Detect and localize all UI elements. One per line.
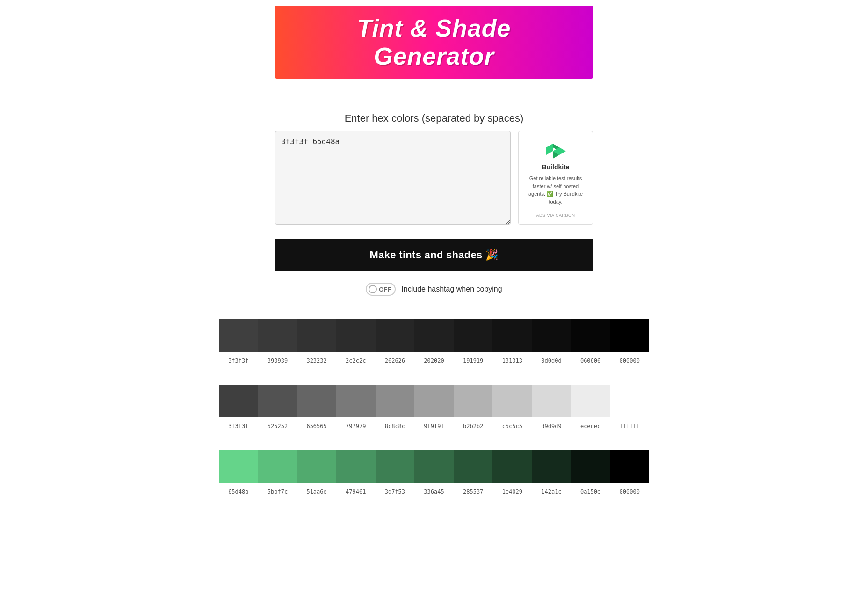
swatch-label: ececec [571, 421, 610, 431]
swatch[interactable] [532, 319, 571, 352]
swatch-label: 060606 [571, 356, 610, 366]
ad-text: Get reliable test results faster w/ self… [525, 175, 586, 205]
generate-button[interactable]: Make tints and shades 🎉 [275, 239, 593, 271]
swatch-label: 65d48a [219, 487, 258, 497]
swatch-label: 285537 [454, 487, 493, 497]
swatch[interactable] [336, 319, 376, 352]
swatch[interactable] [219, 319, 258, 352]
swatch[interactable] [454, 385, 493, 417]
swatch[interactable] [532, 450, 571, 483]
swatch[interactable] [297, 385, 336, 417]
swatch-label: 9f9f9f [414, 421, 454, 431]
swatch-label: 142a1c [532, 487, 571, 497]
swatch-label: 262626 [376, 356, 415, 366]
hex-input[interactable]: 3f3f3f 65d48a [275, 131, 511, 225]
input-section: Enter hex colors (separated by spaces) 3… [219, 112, 649, 225]
swatch-label: 131313 [492, 356, 532, 366]
swatch[interactable] [571, 385, 610, 417]
swatch-label: 479461 [336, 487, 376, 497]
swatch-label: 191919 [454, 356, 493, 366]
swatch-label: 1e4029 [492, 487, 532, 497]
input-label: Enter hex colors (separated by spaces) [219, 112, 649, 124]
swatch[interactable] [376, 450, 415, 483]
swatch-label: 3d7f53 [376, 487, 415, 497]
hashtag-toggle[interactable]: OFF [366, 283, 396, 296]
toggle-state: OFF [379, 286, 391, 293]
swatch-label: 000000 [610, 356, 649, 366]
swatch[interactable] [376, 385, 415, 417]
swatch-row-1 [219, 385, 649, 417]
swatch-labels-1: 3f3f3f5252526565657979798c8c8c9f9f9fb2b2… [219, 421, 649, 431]
input-row: 3f3f3f 65d48a Buildkite Get reliable tes… [275, 131, 593, 225]
ad-logo: Buildkite [542, 138, 569, 171]
swatch-label: 5bbf7c [258, 487, 297, 497]
toggle-circle [369, 285, 377, 293]
swatch[interactable] [610, 319, 649, 352]
swatch[interactable] [258, 385, 297, 417]
app-title: Tint & Shade Generator [294, 14, 574, 70]
swatch[interactable] [414, 385, 454, 417]
swatch-labels-2: 65d48a5bbf7c51aa6e4794613d7f53336a452855… [219, 487, 649, 497]
svg-marker-0 [546, 144, 553, 155]
swatch[interactable] [492, 450, 532, 483]
swatch-label: 202020 [414, 356, 454, 366]
swatch-label: 0a150e [571, 487, 610, 497]
swatch[interactable] [258, 450, 297, 483]
swatch[interactable] [414, 450, 454, 483]
swatch[interactable] [376, 319, 415, 352]
ad-box: Buildkite Get reliable test results fast… [518, 131, 593, 225]
color-sections: 3f3f3f3939393232322c2c2c2626262020201919… [219, 319, 649, 497]
ad-brand-name: Buildkite [542, 163, 569, 171]
app-header: Tint & Shade Generator [275, 6, 593, 79]
ad-footer: ADS VIA CARBON [536, 213, 575, 218]
color-section-2: 65d48a5bbf7c51aa6e4794613d7f53336a452855… [219, 450, 649, 497]
color-section-0: 3f3f3f3939393232322c2c2c2626262020201919… [219, 319, 649, 366]
swatch[interactable] [258, 319, 297, 352]
swatch-label: 336a45 [414, 487, 454, 497]
swatch-label: 3f3f3f [219, 421, 258, 431]
swatch-label: 000000 [610, 487, 649, 497]
swatch[interactable] [414, 319, 454, 352]
buildkite-icon [544, 138, 567, 161]
swatch[interactable] [454, 319, 493, 352]
swatch[interactable] [336, 450, 376, 483]
swatch-label: 393939 [258, 356, 297, 366]
swatch-label: 3f3f3f [219, 356, 258, 366]
swatch-label: d9d9d9 [532, 421, 571, 431]
swatch[interactable] [610, 385, 649, 417]
swatch-label: 8c8c8c [376, 421, 415, 431]
swatch[interactable] [571, 450, 610, 483]
swatch[interactable] [571, 319, 610, 352]
swatch[interactable] [219, 450, 258, 483]
swatch-label: 656565 [297, 421, 336, 431]
swatch[interactable] [610, 450, 649, 483]
swatch-label: 797979 [336, 421, 376, 431]
swatch-label: 0d0d0d [532, 356, 571, 366]
swatch-labels-0: 3f3f3f3939393232322c2c2c2626262020201919… [219, 356, 649, 366]
main-container: Enter hex colors (separated by spaces) 3… [210, 98, 658, 530]
swatch[interactable] [532, 385, 571, 417]
swatch[interactable] [297, 450, 336, 483]
hashtag-label: Include hashtag when copying [401, 285, 502, 293]
swatch[interactable] [454, 450, 493, 483]
swatch[interactable] [297, 319, 336, 352]
swatch-label: 323232 [297, 356, 336, 366]
color-section-1: 3f3f3f5252526565657979798c8c8c9f9f9fb2b2… [219, 385, 649, 431]
swatch-row-2 [219, 450, 649, 483]
swatch-label: ffffff [610, 421, 649, 431]
toggle-row: OFF Include hashtag when copying [219, 283, 649, 296]
swatch[interactable] [492, 385, 532, 417]
swatch-label: 51aa6e [297, 487, 336, 497]
swatch[interactable] [336, 385, 376, 417]
swatch-label: c5c5c5 [492, 421, 532, 431]
swatch-label: b2b2b2 [454, 421, 493, 431]
swatch[interactable] [492, 319, 532, 352]
swatch-label: 2c2c2c [336, 356, 376, 366]
swatch-label: 525252 [258, 421, 297, 431]
swatch[interactable] [219, 385, 258, 417]
swatch-row-0 [219, 319, 649, 352]
